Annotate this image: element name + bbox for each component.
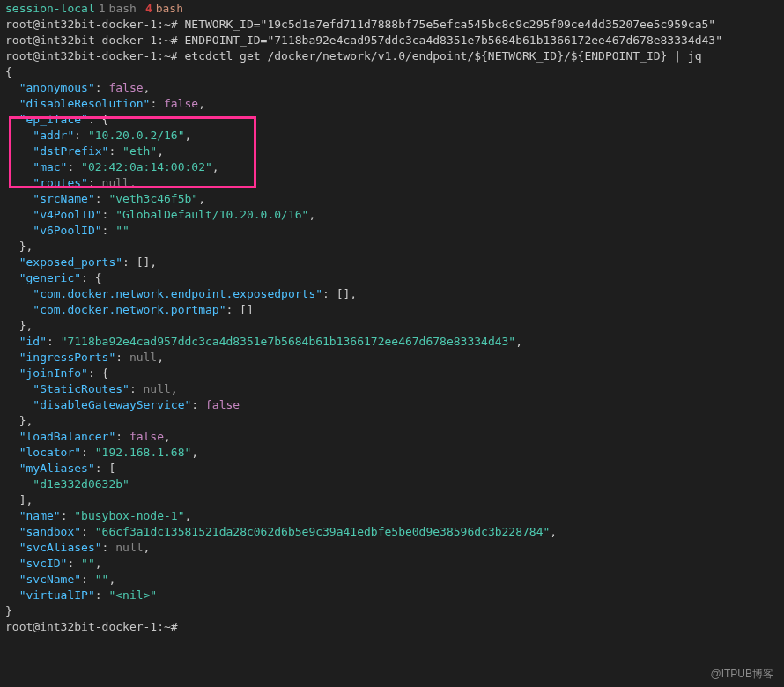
json-key: "virtualIP" — [19, 588, 95, 602]
json-key: "svcAliases" — [19, 541, 102, 554]
json-key: "addr" — [33, 129, 74, 142]
shell-prompt: root@int32bit-docker-1:~# — [5, 49, 178, 63]
json-key: "srcName" — [33, 192, 94, 205]
json-val: "7118ba92e4cad957ddc3ca4d8351e7b5684b61b… — [61, 335, 516, 348]
json-val: false — [108, 81, 143, 94]
json-val: false — [164, 97, 198, 110]
json-val: "eth" — [122, 144, 157, 158]
json-key: "ingressPorts" — [19, 351, 116, 364]
json-key: "sandbox" — [19, 525, 81, 538]
json-key: "dstPrefix" — [33, 144, 108, 158]
json-key: "svcID" — [19, 557, 68, 570]
json-val: null — [144, 382, 171, 395]
json-val: "" — [81, 557, 95, 570]
json-val: false — [205, 398, 240, 411]
json-val: "" — [115, 224, 129, 237]
shell-prompt: root@int32bit-docker-1:~# — [5, 18, 178, 31]
json-key: "StaticRoutes" — [33, 382, 129, 395]
terminal-window[interactable]: session-local 1 bash 4 bash root@int32bi… — [0, 0, 784, 687]
json-val: "02:42:0a:14:00:02" — [81, 160, 212, 174]
json-key: "exposed_ports" — [19, 255, 122, 269]
json-key: "name" — [19, 509, 61, 522]
tmux-tabs: session-local 1 bash 4 bash — [0, 0, 784, 15]
tab-label-1[interactable]: bash — [109, 2, 137, 15]
json-key: "ep_iface" — [19, 113, 88, 126]
json-key: "loadBalancer" — [19, 430, 116, 443]
json-val: null — [129, 351, 157, 364]
json-key: "generic" — [19, 271, 81, 284]
json-val: "10.20.0.2/16" — [88, 129, 185, 142]
json-key: "v6PoolID" — [33, 224, 101, 237]
json-key: "mac" — [33, 160, 67, 174]
tab-label-4[interactable]: bash — [156, 2, 183, 15]
cmd-3: etcdctl get /docker/network/v1.0/endpoin… — [185, 49, 702, 63]
shell-prompt: root@int32bit-docker-1:~# — [5, 33, 178, 47]
json-val: "66cf3a1dc13581521da28c062d6b5e9c39a41ed… — [95, 525, 551, 538]
session-name: session-local — [5, 2, 95, 15]
json-key: "svcName" — [19, 572, 81, 586]
json-val: "192.168.1.68" — [95, 446, 192, 459]
watermark: @ITPUB博客 — [710, 667, 773, 682]
json-val: "" — [95, 572, 109, 586]
json-key: "myAliases" — [19, 462, 95, 475]
json-val: "veth3c46f5b" — [108, 192, 198, 205]
json-key: "routes" — [33, 176, 88, 189]
json-key: "com.docker.network.portmap" — [33, 303, 226, 316]
cmd-1: NETWORK_ID="19c5d1a7efd711d7888bf75e5efc… — [185, 18, 716, 31]
json-key: "locator" — [19, 446, 81, 459]
json-key: "com.docker.network.endpoint.exposedport… — [33, 287, 322, 300]
tab-index-1[interactable]: 1 — [99, 2, 106, 15]
json-val: "busybox-node-1" — [74, 509, 184, 522]
json-val: "<nil>" — [108, 588, 157, 602]
json-val: "d1e332d0632b" — [33, 477, 129, 491]
json-key: "joinInfo" — [19, 366, 88, 380]
json-key: "disableResolution" — [19, 97, 151, 110]
cmd-2: ENDPOINT_ID="7118ba92e4cad957ddc3ca4d835… — [185, 33, 722, 47]
json-key: "v4PoolID" — [33, 208, 101, 221]
json-key: "disableGatewayService" — [33, 398, 191, 411]
tab-index-4[interactable]: 4 — [145, 2, 152, 15]
json-key: "id" — [19, 335, 47, 348]
json-key: "anonymous" — [19, 81, 95, 94]
json-val: null — [102, 176, 129, 189]
json-val: false — [129, 430, 164, 443]
shell-prompt: root@int32bit-docker-1:~# — [5, 620, 178, 633]
terminal-output[interactable]: root@int32bit-docker-1:~# NETWORK_ID="19… — [0, 15, 784, 639]
json-val: null — [115, 541, 143, 554]
json-val: "GlobalDefault/10.20.0.0/16" — [115, 208, 308, 221]
